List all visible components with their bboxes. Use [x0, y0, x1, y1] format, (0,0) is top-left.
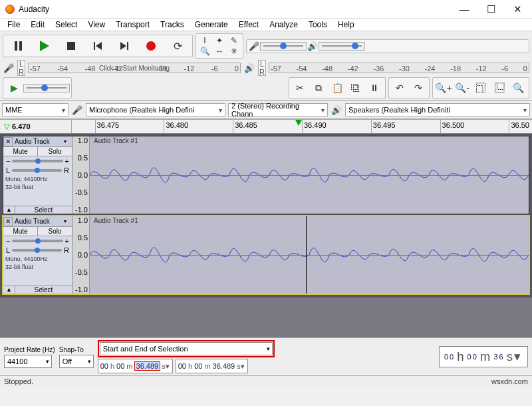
track-menu-button[interactable]: ▾	[64, 138, 72, 144]
project-rate-select[interactable]: 44100▾	[4, 355, 52, 368]
track-collapse-button[interactable]: ▲	[3, 286, 15, 294]
play-at-speed-button[interactable]: ▶	[5, 79, 23, 97]
zoom-tool-icon[interactable]: 🔍	[198, 46, 212, 57]
skip-end-button[interactable]	[111, 37, 138, 55]
cut-button[interactable]: ✂	[291, 79, 309, 97]
skip-start-button[interactable]	[84, 37, 111, 55]
audio-position-field[interactable]: 00h 00m 36s▾	[439, 346, 528, 367]
fit-project-button[interactable]: ⿺	[490, 79, 509, 97]
pan-slider[interactable]	[12, 249, 62, 252]
timeline-ruler[interactable]: ▽ 6.470 36.475 36.480 36.485 36.490 36.4…	[0, 119, 532, 134]
playback-device-select[interactable]: Speakers (Realtek High Definiti▾	[345, 103, 530, 116]
menu-view[interactable]: View	[83, 19, 110, 30]
track-select-button[interactable]: Select	[15, 206, 72, 214]
chevron-down-icon: ▾	[321, 106, 325, 114]
device-toolbar: MME▾ 🎤 Microphone (Realtek High Defini▾ …	[0, 101, 532, 119]
zoom-out-button[interactable]: 🔍-	[453, 79, 471, 97]
menu-select[interactable]: Select	[51, 19, 82, 30]
solo-button[interactable]: Solo	[38, 227, 72, 236]
zoom-toggle-button[interactable]: 🔍	[509, 79, 527, 97]
undo-redo-toolbar: ↶ ↷	[388, 77, 430, 99]
waveform-display[interactable]: 1.00.50.0-0.5-1.0 Audio Track #1	[72, 216, 529, 294]
pause-button[interactable]	[5, 37, 31, 55]
selection-start-field[interactable]: 00h 00m 36.489s▾	[98, 359, 173, 373]
track-select-button[interactable]: Select	[15, 286, 72, 294]
recording-level-meter[interactable]: Click to Start Monitoring -57-54-48-42-1…	[28, 63, 241, 73]
pan-slider[interactable]	[12, 169, 62, 172]
rec-meter-lr: LR	[17, 60, 25, 76]
track-close-button[interactable]: ✕	[3, 217, 13, 226]
mute-button[interactable]: Mute	[3, 147, 38, 156]
menu-edit[interactable]: Edit	[26, 19, 49, 30]
menu-generate[interactable]: Generate	[190, 19, 233, 30]
menu-help[interactable]: Help	[333, 19, 359, 30]
quick-play-marker-icon: ▽	[4, 122, 9, 131]
recording-meter[interactable]: 🎤 🔊	[246, 39, 529, 53]
record-button[interactable]	[138, 37, 164, 55]
envelope-tool-icon[interactable]: ✦	[212, 35, 227, 46]
copy-button[interactable]: ⧉	[309, 79, 328, 97]
mute-button[interactable]: Mute	[3, 227, 38, 236]
audio-track[interactable]: ✕ Audio Track ▾ Mute Solo −+ LR Mono, 44…	[3, 136, 529, 214]
stop-button[interactable]	[58, 37, 84, 55]
loop-button[interactable]: ⟳	[164, 37, 191, 55]
speaker-icon: 🔊	[331, 105, 342, 115]
menu-tools[interactable]: Tools	[304, 19, 332, 30]
clip-name-label: Audio Track #1	[94, 137, 138, 144]
zoom-in-button[interactable]: 🔍+	[434, 79, 453, 97]
paste-button[interactable]: 📋	[328, 79, 346, 97]
fit-selection-button[interactable]: ⿹	[471, 79, 490, 97]
menu-analyze[interactable]: Analyze	[265, 19, 303, 30]
app-title: Audacity	[19, 5, 49, 14]
track-menu-button[interactable]: ▾	[64, 218, 72, 224]
selection-tool-icon[interactable]: I	[198, 35, 212, 46]
menu-bar: File Edit Select View Transport Tracks G…	[0, 19, 532, 31]
gain-slider[interactable]	[12, 240, 63, 242]
selection-mode-select[interactable]: Start and End of Selection▾	[100, 342, 273, 355]
empty-tracks-area[interactable]	[0, 298, 532, 337]
window-close-button[interactable]: ✕	[504, 0, 531, 19]
recording-channels-select[interactable]: 2 (Stereo) Recording Chann▾	[228, 103, 328, 116]
menu-tracks[interactable]: Tracks	[156, 19, 189, 30]
playback-volume-slider[interactable]	[319, 42, 365, 51]
track-name[interactable]: Audio Track	[13, 218, 64, 225]
audio-host-select[interactable]: MME▾	[2, 103, 68, 116]
multi-tool-icon[interactable]: ✳	[227, 46, 241, 57]
selection-end-field[interactable]: 00h 00m 36.489s▾	[176, 359, 248, 373]
recording-volume-slider[interactable]	[260, 42, 307, 51]
recording-device-select[interactable]: Microphone (Realtek High Defini▾	[86, 103, 225, 116]
title-bar: Audacity — ☐ ✕	[0, 0, 532, 19]
play-head-icon	[295, 120, 302, 126]
window-minimize-button[interactable]: —	[451, 0, 477, 19]
trim-button[interactable]: ⿻	[346, 79, 365, 97]
play-meter-icon: 🔊	[243, 63, 255, 73]
play-speed-slider[interactable]	[23, 84, 70, 93]
tracks-area: ✕ Audio Track ▾ Mute Solo −+ LR Mono, 44…	[0, 134, 532, 298]
chevron-down-icon: ▾	[88, 358, 91, 365]
silence-button[interactable]: ⏸	[365, 79, 384, 97]
menu-effect[interactable]: Effect	[234, 19, 263, 30]
track-close-button[interactable]: ✕	[3, 137, 13, 146]
watermark-text: wsxdn.com	[491, 377, 528, 385]
timeshift-tool-icon[interactable]: ↔	[212, 46, 227, 57]
playback-level-meter[interactable]: -57-54-48-42-36-30-24-18-12-60	[269, 63, 529, 73]
menu-transport[interactable]: Transport	[111, 19, 154, 30]
snap-to-select[interactable]: Off▾	[59, 355, 94, 368]
redo-button[interactable]: ↷	[409, 79, 428, 97]
mic-meter-icon: 🎤	[3, 63, 15, 73]
gain-slider[interactable]	[12, 160, 63, 162]
audio-track[interactable]: ✕ Audio Track ▾ Mute Solo −+ LR Mono, 44…	[3, 216, 529, 294]
transport-toolbar: ⟳	[3, 35, 193, 57]
solo-button[interactable]: Solo	[38, 147, 72, 156]
play-button[interactable]	[31, 37, 58, 55]
draw-tool-icon[interactable]: ✎	[227, 35, 241, 46]
cursor-position-label: 6.470	[12, 122, 31, 130]
undo-button[interactable]: ↶	[390, 79, 409, 97]
status-text: Stopped.	[4, 377, 33, 385]
track-depth-label: 32-bit float	[3, 183, 72, 191]
window-maximize-button[interactable]: ☐	[477, 0, 504, 19]
track-collapse-button[interactable]: ▲	[3, 206, 15, 214]
menu-file[interactable]: File	[3, 19, 25, 30]
track-name[interactable]: Audio Track	[13, 138, 64, 145]
waveform-display[interactable]: 1.00.50.0-0.5-1.0 Audio Track #1	[72, 136, 529, 214]
